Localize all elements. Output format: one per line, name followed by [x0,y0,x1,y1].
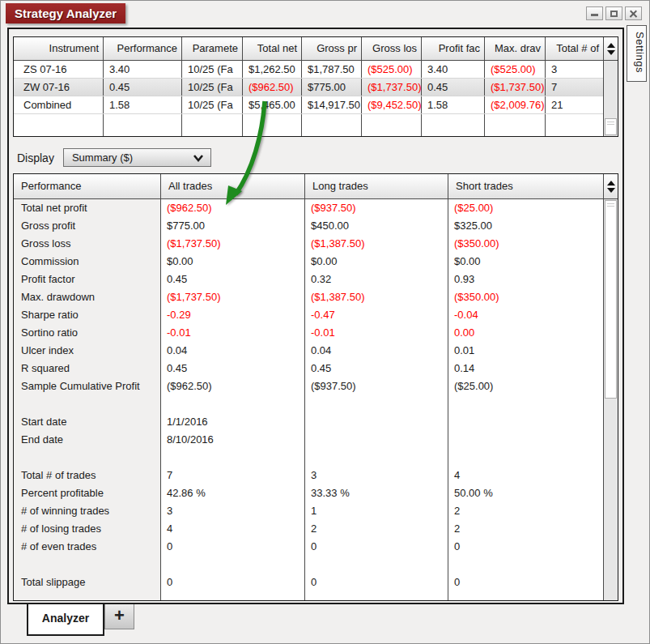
table-row[interactable]: Gross loss($1,737.50)($1,387.50)($350.00… [14,235,603,253]
row-label: Percent profitable [14,484,160,502]
cell: ZW 07-16 [14,79,103,96]
add-tab-button[interactable]: + [104,604,134,629]
optimizer-table-header: InstrumentPerformanceParameteTotal netGr… [14,37,618,61]
cell: 0.45 [103,79,181,96]
cell: ($1,387.50) [304,235,448,253]
table-row[interactable]: Profit factor0.450.320.93 [14,271,603,288]
cell: $325.00 [448,217,603,235]
cell [160,556,304,574]
cell: 0.32 [304,271,448,288]
table-row[interactable]: # of losing trades422 [14,520,603,538]
cell [14,591,160,600]
column-header[interactable]: Total # of [545,37,603,60]
table-row[interactable]: Sample Cumulative Profit($962.50)($937.5… [14,377,603,395]
tab-settings[interactable]: Settings [627,25,647,82]
cell: ($962.50) [160,377,304,395]
column-header[interactable]: Instrument [14,37,103,60]
row-label: Start date [14,413,160,431]
scroll-up-icon[interactable] [607,43,615,48]
row-label: Sortino ratio [14,324,160,342]
column-header[interactable]: Short trades [448,174,603,198]
table-row[interactable]: Total # of trades734 [14,467,603,484]
row-label: End date [14,431,160,449]
column-header[interactable]: Performance [14,174,160,198]
table-row[interactable]: Percent profitable42.86 %33.33 %50.00 % [14,484,603,502]
scroll-down-icon[interactable] [607,50,615,55]
cell: ($2,009.76) [484,96,545,113]
table-row[interactable]: Sortino ratio-0.01-0.010.00 [14,324,603,342]
window-controls [586,6,642,20]
row-label: Sample Cumulative Profit [14,377,160,395]
cell: 0.45 [421,79,484,96]
cell: 1/1/2016 [160,413,304,431]
performance-rows: Total net profit($962.50)($937.50)($25.0… [14,199,603,600]
scroll-down-icon[interactable] [607,188,615,193]
cell: ($1,737.50) [484,79,545,96]
table-row[interactable] [14,556,603,574]
table-row[interactable] [14,449,603,467]
table-row[interactable] [14,395,603,413]
minimize-button[interactable] [586,6,603,20]
column-header[interactable]: Gross pr [301,37,361,60]
cell [421,114,484,136]
column-header[interactable]: Long trades [304,174,448,198]
column-header[interactable]: Profit fac [421,37,484,60]
table-row[interactable]: Max. drawdown($1,737.50)($1,387.50)($350… [14,288,603,306]
table-row[interactable]: Sharpe ratio-0.29-0.47-0.04 [14,306,603,324]
performance-scrollbar[interactable] [603,199,618,600]
cell: 8/10/2016 [160,431,304,449]
scrollbar-thumb[interactable] [605,118,617,135]
table-row[interactable]: Start date1/1/2016 [14,413,603,431]
column-header[interactable]: Paramete [181,37,242,60]
column-header[interactable]: Gross los [361,37,421,60]
cell: 0.04 [304,342,448,360]
optimizer-rows: ZS 07-163.4010/25 (Fa$1,262.50$1,787.50(… [14,61,603,136]
optimizer-scrollbar[interactable] [603,61,618,136]
column-header[interactable]: Performance [103,37,181,60]
row-label: Profit factor [14,271,160,288]
column-header[interactable]: Total net [242,37,301,60]
row-label [14,449,160,467]
cell [181,114,242,136]
maximize-button[interactable] [605,6,622,20]
display-dropdown[interactable]: Summary ($) [63,148,211,167]
row-label: R squared [14,360,160,377]
cell [448,449,603,467]
table-row[interactable]: Combined1.5810/25 (Fa$5,465.00$14,917.50… [14,96,603,114]
scroll-up-icon[interactable] [607,181,615,186]
cell: 0.01 [448,342,603,360]
cell: 3 [545,61,603,78]
scrollbar-thumb[interactable] [605,200,617,399]
window-title[interactable]: Strategy Analyzer [6,3,125,23]
table-row[interactable]: End date8/10/2016 [14,431,603,449]
column-header[interactable]: Max. drav [484,37,545,60]
close-button[interactable] [625,6,642,20]
table-row[interactable]: Commission$0.00$0.00$0.00 [14,253,603,271]
column-header[interactable]: All trades [160,174,304,198]
cell: $450.00 [304,217,448,235]
tab-analyzer[interactable]: Analyzer [27,604,104,636]
table-row[interactable]: Ulcer index0.040.040.01 [14,342,603,360]
table-row[interactable]: Total slippage000 [14,574,603,591]
cell: 1.58 [421,96,484,113]
cell: $0.00 [448,253,603,271]
cell [160,395,304,413]
chevron-down-icon [193,153,204,163]
table-row[interactable]: # of even trades000 [14,538,603,556]
window-minimize-icon [591,14,598,16]
cell: ($1,387.50) [304,288,448,306]
cell: $1,262.50 [242,61,301,78]
cell: 4 [160,520,304,538]
table-row[interactable]: R squared0.450.450.14 [14,360,603,377]
table-row[interactable]: # of winning trades312 [14,502,603,520]
table-row[interactable]: ZW 07-160.4510/25 (Fa($962.50)$775.00($1… [14,79,603,96]
cell [103,114,181,136]
table-row[interactable]: ZS 07-163.4010/25 (Fa$1,262.50$1,787.50(… [14,61,603,79]
table-row[interactable]: Total net profit($962.50)($937.50)($25.0… [14,199,603,217]
cell: ($525.00) [361,61,421,78]
cell: ($937.50) [304,199,448,217]
cell [361,114,421,136]
table-row[interactable]: Gross profit$775.00$450.00$325.00 [14,217,603,235]
cell [304,449,448,467]
performance-header-cells: PerformanceAll tradesLong tradesShort tr… [14,174,603,198]
